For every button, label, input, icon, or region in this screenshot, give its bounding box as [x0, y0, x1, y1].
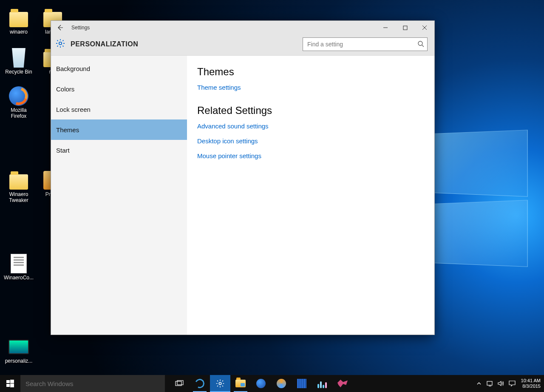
taskbar-date: 8/3/2015: [521, 383, 541, 389]
folder-icon: [235, 380, 246, 387]
firefox-app[interactable]: Mozilla Firefox: [3, 86, 35, 119]
document-icon: [8, 253, 29, 274]
taskbar-edge[interactable]: [190, 375, 210, 392]
monitor-icon: [8, 337, 29, 357]
personalize-app[interactable]: personaliz...: [3, 337, 35, 364]
sidebar-item-background[interactable]: Background: [51, 58, 187, 79]
sidebar-item-colors[interactable]: Colors: [51, 79, 187, 99]
gear-icon: [55, 38, 65, 50]
svg-rect-5: [6, 384, 10, 387]
taskbar: 10:41 AM 8/3/2015: [0, 375, 544, 392]
svg-rect-10: [487, 381, 492, 385]
desktop-icon-label: Winaero Tweaker: [3, 191, 35, 203]
start-button[interactable]: [0, 375, 20, 392]
tray-chevron-icon[interactable]: [475, 380, 483, 387]
swirl-icon: [277, 379, 286, 388]
svg-rect-6: [10, 383, 14, 387]
tray-network-icon[interactable]: [486, 380, 494, 387]
close-button[interactable]: [415, 21, 434, 34]
settings-window: Settings PERSONALIZATION: [51, 20, 435, 335]
system-tray: [475, 380, 518, 387]
sidebar: BackgroundColorsLock screenThemesStart: [51, 56, 187, 335]
maximize-button[interactable]: [395, 21, 415, 34]
firefox-icon: [8, 86, 29, 106]
themes-heading: Themes: [197, 66, 424, 78]
header-row: PERSONALIZATION: [51, 34, 434, 56]
window-title: Settings: [70, 25, 90, 31]
sidebar-item-start[interactable]: Start: [51, 140, 187, 160]
taskbar-app-sparkle[interactable]: [312, 375, 332, 392]
sidebar-item-label: Lock screen: [56, 106, 91, 113]
svg-point-9: [219, 382, 221, 385]
sidebar-item-label: Themes: [56, 126, 79, 134]
grid-icon: [297, 379, 306, 388]
taskbar-firefox[interactable]: [251, 375, 271, 392]
link-theme-settings[interactable]: Theme settings: [197, 84, 424, 91]
folder-icon: [8, 8, 29, 28]
taskbar-clock[interactable]: 10:41 AM 8/3/2015: [518, 378, 544, 389]
windows-logo-decor: [431, 200, 528, 267]
sidebar-item-label: Colors: [56, 85, 74, 93]
minimize-button[interactable]: [376, 21, 395, 34]
link-desktop-icons[interactable]: Desktop icon settings: [197, 137, 424, 145]
winaerocontext-doc[interactable]: WinaeroCo...: [3, 253, 35, 281]
svg-rect-3: [6, 380, 10, 383]
taskbar-app-pink[interactable]: [332, 375, 353, 392]
search-input[interactable]: [303, 37, 428, 51]
gear-icon: [215, 379, 225, 388]
desktop-icon-label: WinaeroCo...: [3, 275, 35, 281]
search-icon: [417, 40, 424, 49]
sidebar-item-lockscreen[interactable]: Lock screen: [51, 99, 187, 119]
tray-volume-icon[interactable]: [497, 380, 505, 387]
related-settings-heading: Related Settings: [197, 105, 424, 116]
folder-icon: [8, 170, 29, 190]
recycle-icon: [8, 48, 29, 68]
pink-icon: [337, 380, 348, 387]
firefox-icon: [256, 379, 266, 388]
winaero-folder[interactable]: winaero: [3, 8, 35, 35]
page-title: PERSONALIZATION: [71, 40, 138, 48]
task-view-button[interactable]: [169, 375, 190, 392]
desktop-icon-label: personaliz...: [3, 358, 35, 364]
taskbar-file-explorer[interactable]: [230, 375, 251, 392]
taskbar-app-swirl[interactable]: [271, 375, 292, 392]
titlebar: Settings: [51, 21, 434, 34]
svg-rect-0: [403, 26, 407, 30]
recycle-bin[interactable]: Recycle Bin: [3, 48, 35, 75]
winaero-tweaker-folder[interactable]: Winaero Tweaker: [3, 170, 35, 203]
sidebar-item-label: Start: [56, 147, 70, 154]
desktop-icon-label: winaero: [3, 29, 35, 35]
tray-action-center-icon[interactable]: [508, 380, 516, 387]
link-mouse-pointer[interactable]: Mouse pointer settings: [197, 152, 424, 159]
link-advanced-sound[interactable]: Advanced sound settings: [197, 122, 424, 130]
taskbar-settings[interactable]: [210, 375, 230, 392]
svg-point-2: [418, 41, 422, 45]
svg-rect-4: [10, 380, 14, 383]
sidebar-item-themes[interactable]: Themes: [51, 119, 187, 140]
svg-point-1: [59, 42, 62, 44]
desktop-icon-label: Mozilla Firefox: [3, 107, 35, 119]
search-wrap: [303, 37, 428, 51]
content-pane: Themes Theme settings Related Settings A…: [187, 56, 434, 335]
back-button[interactable]: [51, 21, 70, 34]
sparkle-icon: [317, 379, 327, 388]
taskbar-app-grid[interactable]: [292, 375, 312, 392]
sidebar-item-label: Background: [56, 65, 90, 72]
windows-logo-decor: [431, 130, 528, 197]
desktop-icon-label: Recycle Bin: [3, 69, 35, 75]
edge-icon: [194, 378, 206, 389]
taskbar-search-input[interactable]: [20, 375, 165, 392]
taskbar-time: 10:41 AM: [521, 378, 541, 383]
